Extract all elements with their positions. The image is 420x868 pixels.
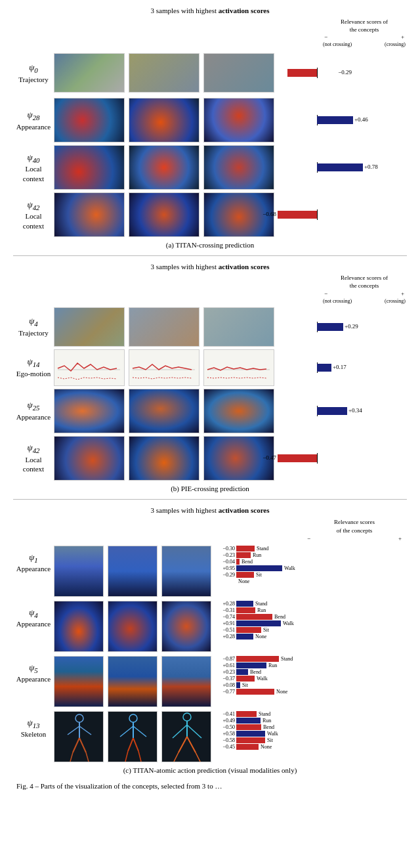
concept-label-c-13: ψ13 Skeleton <box>13 711 54 739</box>
svg-line-5 <box>68 726 79 735</box>
images-a-28 <box>54 98 274 142</box>
section-a: 3 samples with highest activation scores… <box>13 7 407 249</box>
svg-line-8 <box>79 738 86 752</box>
img-a-0-3 <box>203 53 274 93</box>
concept-row-a-0: ψ0 Trajectory −0.29 <box>13 51 407 95</box>
bar-c-1-stand: −0.30 Stand <box>214 546 316 552</box>
img-c-5-3 <box>161 656 211 707</box>
divider-ab <box>13 255 407 256</box>
svg-line-23 <box>178 737 187 752</box>
bar-c-13-walk: +0.58 Walk <box>214 731 316 737</box>
bar-c-5-stand: −0.87 Stand <box>214 656 316 662</box>
bar-panel-a: Relevance scores of the concepts − + (no… <box>322 18 407 51</box>
images-a-0 <box>54 53 274 93</box>
bar-c-4-bend: −0.74 Bend <box>214 614 316 620</box>
bar-c-1-sit: −0.29 Sit <box>214 572 316 578</box>
img-c-1-2 <box>108 546 158 597</box>
svg-point-19 <box>183 713 191 721</box>
img-b-42-2 <box>129 436 200 481</box>
svg-line-16 <box>133 738 138 751</box>
caption-c: (c) TITAN-atomic action prediction (visu… <box>13 766 407 774</box>
img-b-4-1 <box>54 307 125 347</box>
img-b-14-3 <box>203 349 274 386</box>
img-a-0-1 <box>54 53 125 93</box>
img-a-28-3 <box>203 98 274 142</box>
bar-c-4-none: +0.28 None <box>214 634 316 640</box>
bar-c-1-walk: +0.95 Walk <box>214 565 316 571</box>
concept-row-c-1: ψ1 Appearance −0.30 Stand −0.23 <box>13 546 407 597</box>
img-b-25-2 <box>129 389 200 433</box>
svg-line-7 <box>73 738 79 752</box>
images-b-25 <box>54 389 274 433</box>
img-a-40-3 <box>203 145 274 190</box>
concept-row-c-13: ψ13 Skeleton <box>13 711 407 762</box>
img-b-14-1 <box>54 349 125 386</box>
concept-label-b-42: ψ42 Localcontext <box>13 443 54 473</box>
svg-line-18 <box>138 751 141 762</box>
svg-line-15 <box>128 738 133 751</box>
images-c-5 <box>54 656 211 707</box>
multibar-c-1: −0.30 Stand −0.23 Run −0.04 Bend +0.95 <box>211 546 316 585</box>
page: 3 samples with highest activation scores… <box>0 0 420 798</box>
concept-label-c-4: ψ4 Appearance <box>13 601 54 629</box>
bar-chart-b-25: +0.34 <box>274 389 360 433</box>
svg-line-25 <box>174 752 178 762</box>
img-c-5-2 <box>108 656 158 707</box>
bar-c-1-none: None <box>214 578 316 584</box>
svg-line-9 <box>70 752 73 762</box>
concept-row-c-4: ψ4 Appearance +0.28 Stand −0.31 <box>13 601 407 652</box>
svg-line-22 <box>187 725 201 738</box>
section-c: 3 samples with highest activation scores… <box>13 506 407 774</box>
bar-c-13-bend: −0.50 Bend <box>214 724 316 730</box>
images-c-13 <box>54 711 211 762</box>
svg-line-24 <box>187 737 196 752</box>
bar-chart-b-14: +0.17 <box>274 349 360 386</box>
section-b-title: 3 samples with highest activation scores <box>13 263 407 271</box>
chart-header-c: Relevance scores of the concepts − + <box>302 518 407 543</box>
img-a-28-1 <box>54 98 125 142</box>
bar-c-4-sit: −0.51 Sit <box>214 627 316 633</box>
img-c-1-3 <box>161 546 211 597</box>
images-c-4 <box>54 601 211 652</box>
bar-chart-b-4: +0.29 <box>274 307 360 347</box>
img-b-25-3 <box>203 389 274 433</box>
img-a-0-2 <box>129 53 200 93</box>
img-c-13-3 <box>161 711 211 762</box>
svg-point-11 <box>129 714 137 722</box>
concept-label-b-4: ψ4 Trajectory <box>13 316 54 337</box>
img-b-42-1 <box>54 436 125 481</box>
multibar-c-13: −0.41 Stand +0.49 Run −0.50 Bend +0.58 <box>211 711 316 750</box>
img-b-25-1 <box>54 389 125 433</box>
bar-panel-header-b: Relevance scores of the concepts − + (no… <box>322 274 407 304</box>
img-c-13-2 <box>108 711 158 762</box>
bar-c-1-run: −0.23 Run <box>214 552 316 558</box>
fig-caption: Fig. 4 – Parts of the visualization of t… <box>13 781 407 792</box>
section-a-title: 3 samples with highest activation scores <box>13 7 407 14</box>
img-a-40-1 <box>54 145 125 190</box>
bar-chart-a-40: +0.78 <box>274 145 360 190</box>
bar-c-13-stand: −0.41 Stand <box>214 711 316 717</box>
concept-row-c-5: ψ5 Appearance −0.87 Stand +0.61 <box>13 656 407 707</box>
bar-c-4-walk: +0.91 Walk <box>214 620 316 626</box>
caption-a: (a) TITAN-crossing prediction <box>13 241 407 249</box>
images-b-42 <box>54 436 274 481</box>
bar-c-4-run: −0.31 Run <box>214 607 316 613</box>
img-c-1-1 <box>54 546 104 597</box>
bar-panel-b: Relevance scores of the concepts − + (no… <box>322 274 407 307</box>
concept-label-c-1: ψ1 Appearance <box>13 546 54 574</box>
img-c-4-2 <box>108 601 158 652</box>
svg-line-17 <box>125 751 128 762</box>
concept-row-b-42: ψ42 Localcontext −0.47 <box>13 436 407 481</box>
img-a-28-2 <box>129 98 200 142</box>
img-c-4-3 <box>161 601 211 652</box>
bar-c-13-none: −0.45 None <box>214 744 316 750</box>
svg-line-14 <box>133 726 146 737</box>
divider-bc <box>13 499 407 500</box>
concept-row-a-40: ψ40 Localcontext +0.78 <box>13 145 407 190</box>
images-b-4 <box>54 307 274 347</box>
multibar-c-4: +0.28 Stand −0.31 Run −0.74 Bend +0.91 <box>211 601 316 640</box>
svg-line-26 <box>196 752 200 762</box>
concept-label-b-25: ψ25 Appearance <box>13 400 54 422</box>
concept-label-a-40: ψ40 Localcontext <box>13 152 54 183</box>
svg-line-10 <box>86 752 89 762</box>
